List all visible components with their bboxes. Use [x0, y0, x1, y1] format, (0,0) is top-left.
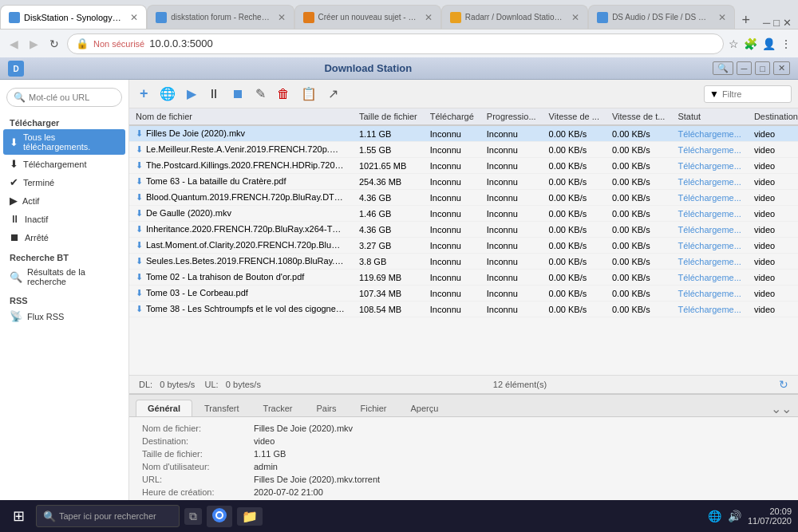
sidebar-item-inactif[interactable]: ⏸Inactif: [0, 210, 128, 228]
taskbar-search[interactable]: 🔍 Taper ici pour rechercher: [36, 505, 180, 527]
sidebar-item-arrete[interactable]: ⏹Arrêté: [0, 228, 128, 246]
share-button[interactable]: ↗: [324, 84, 342, 104]
tab-close-nas[interactable]: ✕: [425, 12, 433, 23]
add-url-button[interactable]: 🌐: [156, 84, 180, 104]
reload-button[interactable]: ↻: [46, 36, 62, 52]
detail-tab-pairs[interactable]: Pairs: [304, 400, 348, 416]
detail-row: Heure de création:2020-07-02 21:00: [142, 487, 785, 497]
tab-close-dsaudio[interactable]: ✕: [718, 12, 726, 23]
window-minimize[interactable]: ─: [763, 17, 770, 29]
table-header: Nom de fichierTaille de fichierTélécharg…: [129, 108, 798, 125]
table-row[interactable]: ⬇Tome 03 - Le Corbeau.pdf107.34 MBInconn…: [129, 286, 798, 301]
delete-button[interactable]: 🗑: [273, 85, 294, 104]
detail-tab-aperçu[interactable]: Aperçu: [399, 400, 451, 416]
table-row[interactable]: ⬇Inheritance.2020.FRENCH.720p.BluRay.x26…: [129, 222, 798, 238]
detail-tab-transfert[interactable]: Transfert: [192, 400, 251, 416]
pause-button[interactable]: ⏸: [203, 85, 224, 104]
table-cell-8-0: ⬇Seules.Les.Betes.2019.FRENCH.1080p.BluR…: [129, 254, 353, 270]
detail-tab-fichier[interactable]: Fichier: [349, 400, 399, 416]
table-row[interactable]: ⬇Last.Moment.of.Clarity.2020.FRENCH.720p…: [129, 238, 798, 254]
col-header-5[interactable]: Vitesse de t...: [606, 108, 671, 125]
sidebar-item-telechargement[interactable]: ⬇Téléchargement: [0, 155, 128, 173]
sidebar-item-recherche[interactable]: 🔍 Résultats de la recherche: [0, 264, 128, 290]
table-body: ⬇Filles De Joie (2020).mkv1.11 GBInconnu…: [129, 125, 798, 317]
taskbar-app-chrome[interactable]: [207, 506, 232, 527]
table-cell-4-7: video: [748, 190, 798, 206]
extensions-button[interactable]: 🧩: [744, 37, 757, 50]
tab-close-ds[interactable]: ✕: [130, 12, 138, 23]
titlebar-minimize[interactable]: ─: [737, 61, 753, 75]
table-cell-6-5: 0.00 KB/s: [606, 222, 671, 238]
col-header-7[interactable]: Destination: [748, 108, 798, 125]
taskbar-app-explorer[interactable]: 📁: [237, 507, 263, 526]
menu-button[interactable]: ⋮: [780, 37, 792, 50]
collapse-button[interactable]: ⌄⌄: [771, 401, 792, 416]
titlebar-close[interactable]: ✕: [773, 61, 790, 75]
col-header-1[interactable]: Taille de fichier: [353, 108, 424, 125]
window-close[interactable]: ✕: [783, 17, 792, 29]
start-button[interactable]: ⊞: [6, 504, 31, 528]
detail-row: Nom de fichier:Filles De Joie (2020).mkv: [142, 424, 785, 433]
address-bar[interactable]: 🔒 Non sécurisé 10.0.0.3:5000: [67, 33, 724, 54]
table-row[interactable]: ⬇Seules.Les.Betes.2019.FRENCH.1080p.BluR…: [129, 254, 798, 270]
sidebar-item-flux-rss[interactable]: 📡 Flux RSS: [0, 307, 128, 325]
tab-close-forum[interactable]: ✕: [278, 12, 286, 23]
tab-label-dsaudio: DS Audio / DS File / DS Photo+...: [612, 13, 711, 22]
taskbar-task-view[interactable]: ⧉: [184, 508, 202, 525]
refresh-button[interactable]: ↻: [779, 378, 788, 391]
tab-ds[interactable]: DiskStation - Synology DiskSta...✕: [0, 5, 147, 29]
add-button[interactable]: +: [136, 83, 152, 104]
table-row[interactable]: ⬇Tome 02 - La trahison de Bouton d'or.pd…: [129, 270, 798, 286]
col-header-3[interactable]: Progressio...: [480, 108, 543, 125]
bookmark-button[interactable]: ☆: [729, 37, 739, 50]
col-header-4[interactable]: Vitesse de ...: [543, 108, 606, 125]
table-cell-7-4: 0.00 KB/s: [543, 238, 606, 254]
forward-button[interactable]: ▶: [26, 36, 41, 52]
svg-point-4: [217, 513, 222, 518]
table-row[interactable]: ⬇Tome 38 - Les Schtroumpfs et le vol des…: [129, 301, 798, 317]
resume-button[interactable]: ▶: [183, 84, 200, 104]
sidebar-label-inactif: Inactif: [25, 215, 48, 224]
back-button[interactable]: ◀: [6, 36, 22, 52]
detail-tab-tracker[interactable]: Tracker: [251, 400, 305, 416]
task-button[interactable]: 📋: [297, 84, 321, 104]
titlebar-search-button[interactable]: 🔍: [713, 61, 733, 75]
table-cell-6-2: Inconnu: [424, 222, 480, 238]
filter-input[interactable]: [722, 89, 786, 99]
col-header-6[interactable]: Statut: [671, 108, 747, 125]
profile-button[interactable]: 👤: [762, 37, 776, 50]
table-row[interactable]: ⬇Filles De Joie (2020).mkv1.11 GBInconnu…: [129, 125, 798, 142]
table-row[interactable]: ⬇Le.Meilleur.Reste.A.Venir.2019.FRENCH.7…: [129, 142, 798, 158]
window-restore[interactable]: □: [773, 17, 780, 29]
detail-label: Destination:: [142, 436, 254, 446]
table-row[interactable]: ⬇Blood.Quantum.2019.FRENCH.720p.BluRay.D…: [129, 190, 798, 206]
table-row[interactable]: ⬇The.Postcard.Killings.2020.FRENCH.HDRip…: [129, 158, 798, 174]
stop-button[interactable]: ⏹: [227, 85, 248, 104]
sidebar-item-tous[interactable]: ⬇Tous les téléchargements.: [3, 129, 125, 155]
edit-button[interactable]: ✎: [251, 84, 270, 104]
table-row[interactable]: ⬇Tome 63 - La bataille du Cratère.pdf254…: [129, 174, 798, 190]
table-cell-10-2: Inconnu: [424, 286, 480, 301]
titlebar-controls: 🔍 ─ □ ✕: [713, 61, 790, 75]
tab-radarr[interactable]: Radarr / Download Station / Tra...✕: [441, 5, 588, 29]
search-box[interactable]: 🔍: [6, 88, 122, 107]
table-row[interactable]: ⬇De Gaulle (2020).mkv1.46 GBInconnuIncon…: [129, 206, 798, 222]
download-table: Nom de fichierTaille de fichierTélécharg…: [129, 108, 798, 317]
app-window: D Download Station 🔍 ─ □ ✕ 🔍 Télécharger…: [0, 57, 798, 532]
table-cell-9-5: 0.00 KB/s: [606, 270, 671, 286]
search-input[interactable]: [29, 93, 115, 102]
titlebar-restore[interactable]: □: [755, 61, 770, 75]
new-tab-button[interactable]: +: [735, 12, 757, 29]
status-dl: DL: 0 bytes/s UL: 0 bytes/s: [139, 380, 261, 389]
filter-box[interactable]: ▼: [704, 85, 792, 103]
col-header-0[interactable]: Nom de fichier: [129, 108, 353, 125]
tab-forum[interactable]: diskstation forum - Recherche G...✕: [147, 5, 294, 29]
sidebar-item-actif[interactable]: ▶Actif: [0, 191, 128, 210]
table-cell-7-6: Téléchargeme...: [671, 238, 747, 254]
col-header-2[interactable]: Téléchargé: [424, 108, 480, 125]
tab-dsaudio[interactable]: DS Audio / DS File / DS Photo+...✕: [588, 5, 735, 29]
sidebar-item-termine[interactable]: ✔Terminé: [0, 173, 128, 191]
detail-tab-général[interactable]: Général: [136, 400, 192, 416]
tab-close-radarr[interactable]: ✕: [571, 12, 579, 23]
tab-nas[interactable]: Créer un nouveau sujet - NAS-F...✕: [294, 5, 441, 29]
